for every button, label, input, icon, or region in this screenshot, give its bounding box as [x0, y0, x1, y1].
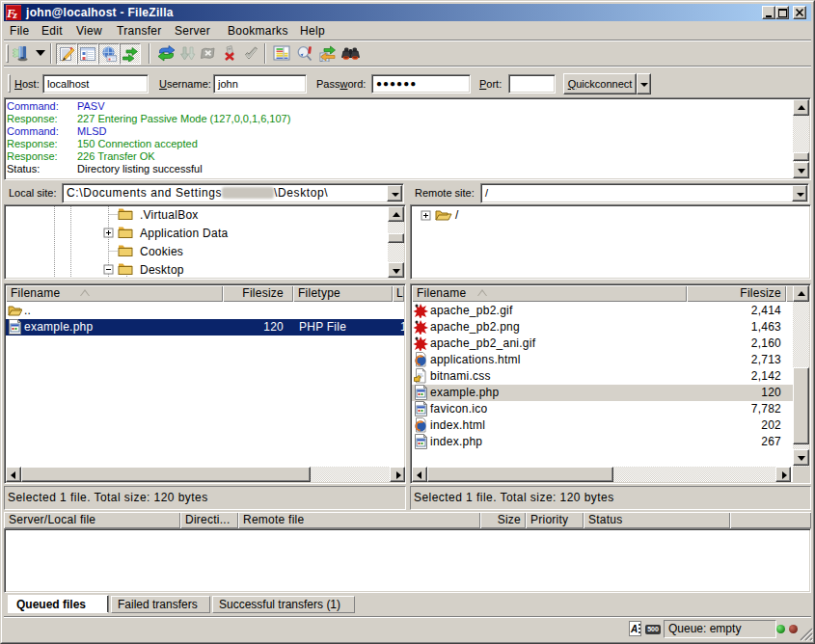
svg-text:z: z — [13, 9, 18, 20]
